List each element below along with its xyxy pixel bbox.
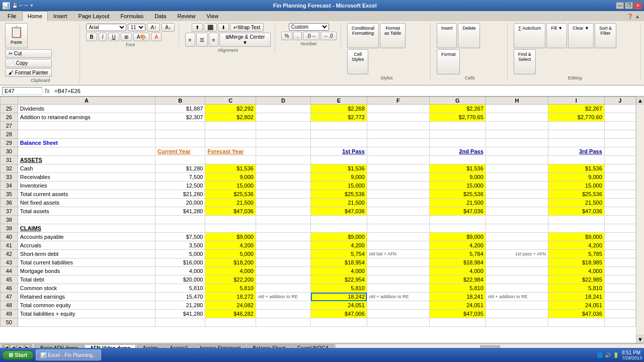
cell-F31[interactable] [367,156,429,164]
cell-C38[interactable] [205,216,256,224]
cell-A27[interactable] [18,122,155,130]
cell-E49[interactable]: $47,006 [311,310,367,318]
percent-button[interactable]: % [281,32,293,40]
cell-I39[interactable] [548,224,604,233]
cell-B34[interactable]: 12,500 [155,182,205,190]
cell-I35[interactable]: $25,536 [548,190,604,199]
cell-F34[interactable] [367,182,429,190]
cell-D33[interactable] [256,173,310,182]
cell-C28[interactable] [205,130,256,139]
cell-E50[interactable] [311,318,367,327]
restore-button[interactable]: ❐ [625,2,633,9]
cell-H36[interactable] [486,199,548,207]
cell-G49[interactable]: $47,035 [430,310,486,318]
align-center-button[interactable]: ☰ [196,33,208,47]
cell-G47[interactable]: 18,241 [430,293,486,301]
cell-C33[interactable]: 9,000 [205,173,256,182]
cell-B41[interactable]: 3,500 [155,241,205,250]
cell-G48[interactable]: 24,051 [430,301,486,310]
cell-J28[interactable] [604,130,635,139]
cell-G40[interactable]: $9,000 [430,233,486,241]
underline-button[interactable]: U [108,33,119,41]
cell-F44[interactable] [367,267,429,276]
cell-B25[interactable]: $1,887 [155,105,205,113]
cell-H41[interactable] [486,241,548,250]
cell-D50[interactable] [256,318,310,327]
cell-B42[interactable]: 5,000 [155,250,205,258]
cell-C41[interactable]: 4,200 [205,241,256,250]
cell-A36[interactable]: Net fixed assets [18,199,155,207]
cell-E27[interactable] [311,122,367,130]
cell-C48[interactable]: 24,082 [205,301,256,310]
italic-button[interactable]: I [99,33,107,41]
cell-D25[interactable] [256,105,310,113]
cell-J31[interactable] [604,156,635,164]
scroll-down-button[interactable]: ▼ [636,335,644,343]
cell-E38[interactable] [311,216,367,224]
cell-G41[interactable]: 4,200 [430,241,486,250]
cell-D35[interactable] [256,190,310,199]
cell-B46[interactable]: 5,810 [155,284,205,293]
cell-E40[interactable]: $9,000 [311,233,367,241]
align-top-button[interactable]: ⬆ [192,23,203,32]
cell-A37[interactable]: Total assets [18,207,155,216]
cell-H31[interactable] [486,156,548,164]
cell-F27[interactable] [367,122,429,130]
cell-B33[interactable]: 7,500 [155,173,205,182]
font-color-button[interactable]: A [151,33,162,41]
cell-I43[interactable]: $18,985 [548,258,604,267]
cell-B40[interactable]: $7,500 [155,233,205,241]
cell-J25[interactable] [604,105,635,113]
number-format-select[interactable]: Custom [289,23,329,31]
cell-A34[interactable]: Inventories [18,182,155,190]
cell-J26[interactable] [604,113,635,122]
ribbon-tab-formulas[interactable]: Formulas [115,11,149,21]
align-right-button[interactable]: ≡ [209,33,219,47]
cell-E29[interactable] [311,139,367,147]
cell-J49[interactable] [604,310,635,318]
cell-E30[interactable]: 1st Pass [311,147,367,156]
ribbon-tab-review[interactable]: Review [172,11,201,21]
cell-B37[interactable]: $41,280 [155,207,205,216]
cell-J38[interactable] [604,216,635,224]
cell-F49[interactable] [367,310,429,318]
cell-J37[interactable] [604,207,635,216]
cell-D40[interactable] [256,233,310,241]
cell-E34[interactable]: 15,000 [311,182,367,190]
close-button[interactable]: ✕ [634,2,642,9]
cell-H29[interactable] [486,139,548,147]
ribbon-tab-file[interactable]: File [2,11,22,21]
start-button[interactable]: ⊞ Start [2,350,34,360]
cell-J39[interactable] [604,224,635,233]
cell-J47[interactable] [604,293,635,301]
cell-E43[interactable]: $18,954 [311,258,367,267]
cell-G45[interactable]: $22,984 [430,276,486,284]
autosum-button[interactable]: ∑ AutoSum [514,23,545,48]
cell-H50[interactable] [486,318,548,327]
cell-H34[interactable] [486,182,548,190]
fill-button[interactable]: Fill ▼ [546,23,567,48]
cell-C47[interactable]: 18,272 [205,293,256,301]
cell-G33[interactable]: 9,000 [430,173,486,182]
cell-J48[interactable] [604,301,635,310]
cell-C35[interactable]: $25,536 [205,190,256,199]
cell-G30[interactable]: 2nd Pass [430,147,486,156]
cell-D49[interactable] [256,310,310,318]
col-header-J[interactable]: J [604,97,635,105]
cell-J50[interactable] [604,318,635,327]
cell-H30[interactable] [486,147,548,156]
cell-A28[interactable] [18,130,155,139]
cell-E46[interactable]: 5,810 [311,284,367,293]
cell-B32[interactable]: $1,280 [155,164,205,173]
cell-C44[interactable]: 4,000 [205,267,256,276]
cell-D47[interactable]: old + addition to RE [256,293,310,301]
cell-C26[interactable]: $2,802 [205,113,256,122]
cell-D26[interactable] [256,113,310,122]
cell-I42[interactable]: 5,785 [548,250,604,258]
cell-A50[interactable] [18,318,155,327]
cell-H46[interactable] [486,284,548,293]
cell-A31[interactable]: ASSETS [18,156,155,164]
cell-H47[interactable]: old + addition to RE [486,293,548,301]
cell-F29[interactable] [367,139,429,147]
insert-button[interactable]: Insert [437,23,457,48]
